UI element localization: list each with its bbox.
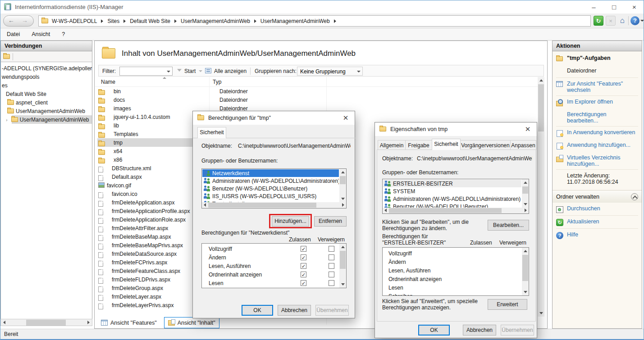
chevron-down-icon[interactable] <box>167 71 170 73</box>
group-list-item[interactable]: Administratoren (W-WS-ADELPOLL\Administr… <box>383 195 521 203</box>
tab-sicherheit[interactable]: Sicherheit <box>197 127 226 138</box>
group-list-item[interactable]: Benutzer (W-WS-ADELPOLL\Benutzer) <box>202 185 339 192</box>
scroll-up-icon[interactable] <box>538 77 544 84</box>
actions-section-header[interactable]: Ordner verwalten <box>553 190 642 203</box>
breadcrumb-segment[interactable]: Sites <box>107 18 119 24</box>
breadcrumb-segment[interactable]: UserManagementAdminWeb <box>181 18 250 24</box>
breadcrumb-segment[interactable]: UserManagementAdminWeb <box>260 18 330 24</box>
back-icon[interactable]: ← <box>8 17 14 24</box>
home-icon[interactable]: ⌂ <box>617 16 627 26</box>
group-by-select[interactable]: Keine Gruppierung <box>297 67 363 76</box>
filter-start-button[interactable]: Start <box>184 68 196 74</box>
tab-freigabe[interactable]: Freigabe <box>405 140 432 150</box>
advanced-button[interactable]: Erweitert <box>488 299 527 310</box>
collapse-icon[interactable] <box>631 193 638 200</box>
tree-item[interactable]: UserManagementAdminWeb <box>1 107 92 115</box>
help-icon[interactable]: ? <box>630 16 639 25</box>
action-link[interactable]: Anwendung hinzufügen... <box>556 139 638 152</box>
scroll-thumb[interactable] <box>538 84 544 131</box>
group-list-item[interactable]: ERSTELLER-BESITZER <box>383 180 521 187</box>
action-link[interactable]: Berechtigungen bearbeiten... <box>556 109 638 126</box>
filter-input[interactable] <box>119 67 173 76</box>
group-list-item[interactable]: Netzwerkdienst <box>202 169 339 177</box>
groups-v-scrollbar[interactable] <box>339 169 346 202</box>
tab-sicherheit[interactable]: Sicherheit <box>432 139 461 150</box>
ok-button[interactable]: OK <box>418 325 450 335</box>
deny-checkbox[interactable] <box>329 280 334 286</box>
close-icon[interactable]: ✕ <box>519 122 537 136</box>
allow-checkbox[interactable]: ✓ <box>301 272 306 277</box>
scroll-right-icon[interactable] <box>523 208 529 213</box>
scroll-right-icon[interactable] <box>340 202 346 208</box>
action-link[interactable]: Virtuelles Verzeichnis hinzufügen... <box>556 152 638 169</box>
groups-list[interactable]: NetzwerkdienstAdministratoren (W-WS-ADEL… <box>201 168 347 209</box>
groups-list[interactable]: ERSTELLER-BESITZERSYSTEMAdministratoren … <box>382 179 529 214</box>
scroll-left-icon[interactable] <box>1 319 8 326</box>
table-row[interactable]: docsDateiordner <box>95 95 538 104</box>
cancel-button[interactable]: Abbrechen <box>463 325 496 335</box>
action-link[interactable]: Durchsuchen <box>556 203 638 215</box>
ok-button[interactable]: OK <box>242 305 273 316</box>
maximize-icon[interactable]: □ <box>604 0 624 14</box>
scroll-thumb[interactable] <box>26 320 66 326</box>
scroll-thumb[interactable] <box>522 186 528 194</box>
scroll-left-icon[interactable] <box>383 208 388 213</box>
menu-item-datei[interactable]: Datei <box>7 31 20 37</box>
scroll-up-icon[interactable] <box>339 169 346 176</box>
scroll-up-icon[interactable] <box>339 244 346 250</box>
tree-item[interactable]: wendungspools <box>1 73 92 81</box>
action-link[interactable]: Zur Ansicht "Features" wechseln <box>556 77 638 95</box>
column-type[interactable]: Typ <box>213 79 221 85</box>
tree-item[interactable]: Default Web Site <box>1 90 92 98</box>
groups-h-scrollbar[interactable] <box>202 202 346 208</box>
action-link[interactable]: ?Hilfe <box>556 228 638 241</box>
scroll-right-icon[interactable] <box>85 319 92 326</box>
allow-checkbox[interactable]: ✓ <box>301 280 306 286</box>
group-list-item[interactable]: SYSTEM <box>383 187 521 195</box>
group-list-item[interactable]: Administratoren (W-WS-ADELPOLL\Administr… <box>202 177 339 185</box>
menu-item-?[interactable]: ? <box>62 31 65 37</box>
tree-item[interactable]: aspnet_client <box>1 98 92 107</box>
permissions-v-scrollbar[interactable] <box>339 244 346 288</box>
group-list-item[interactable]: Benutzer (W-WS-ADELPOLL\Benutzer) <box>383 203 521 208</box>
tree-item[interactable]: es <box>1 81 92 90</box>
deny-checkbox[interactable] <box>329 254 334 260</box>
column-name[interactable]: Name <box>101 79 115 85</box>
scroll-thumb[interactable] <box>389 208 502 213</box>
action-link[interactable]: Im Explorer öffnen <box>556 95 638 109</box>
breadcrumb-segment[interactable]: W-WS-ADELPOLL <box>52 18 97 24</box>
allow-checkbox[interactable]: ✓ <box>301 263 306 269</box>
permissions-list[interactable]: Vollzugriff✓Ändern✓Lesen, Ausführen✓Ordn… <box>201 243 347 288</box>
edit-button[interactable]: Bearbeiten... <box>488 220 529 231</box>
tab-anpassen[interactable]: Anpassen <box>510 140 536 150</box>
permissions-v-scrollbar[interactable] <box>522 248 529 295</box>
scroll-up-icon[interactable] <box>522 179 529 186</box>
group-list-item[interactable]: IIS_IUSRS (W-WS-ADELPOLL\IIS_IUSRS) <box>202 192 339 200</box>
deny-checkbox[interactable] <box>329 246 334 252</box>
close-icon[interactable]: × <box>624 0 644 14</box>
file-list-v-scrollbar[interactable] <box>538 77 544 317</box>
minimize-icon[interactable]: – <box>584 0 604 14</box>
remove-button[interactable]: Entfernen <box>314 216 347 227</box>
tab-vorgängerversionen[interactable]: Vorgängerversionen <box>460 140 511 150</box>
scroll-up-icon[interactable] <box>522 248 529 254</box>
scroll-down-icon[interactable] <box>522 289 529 295</box>
scroll-thumb[interactable] <box>340 251 346 269</box>
tree-item[interactable]: ›UserManagementAdminWeb <box>1 115 92 124</box>
refresh-icon[interactable]: ↻ <box>594 16 603 26</box>
groups-v-scrollbar[interactable] <box>522 179 529 208</box>
scroll-down-icon[interactable] <box>538 310 544 317</box>
chevron-down-icon[interactable] <box>357 71 361 73</box>
connections-h-scrollbar[interactable] <box>0 319 92 326</box>
tree-item[interactable]: -ADELPOLL (SYNERGIS\e.adelpoller) <box>1 64 92 73</box>
breadcrumb-segment[interactable]: Default Web Site <box>130 18 170 24</box>
table-row[interactable]: binDateiordner <box>95 87 538 95</box>
scroll-left-icon[interactable] <box>202 202 208 208</box>
action-link[interactable]: In Anwendung konvertieren <box>556 126 638 139</box>
expander-icon[interactable]: › <box>6 117 8 122</box>
help-dropdown-icon[interactable] <box>640 20 644 22</box>
allow-checkbox[interactable]: ✓ <box>301 246 306 252</box>
deny-checkbox[interactable] <box>329 263 334 269</box>
deny-checkbox[interactable] <box>329 272 334 277</box>
forward-icon[interactable]: → <box>22 17 28 24</box>
